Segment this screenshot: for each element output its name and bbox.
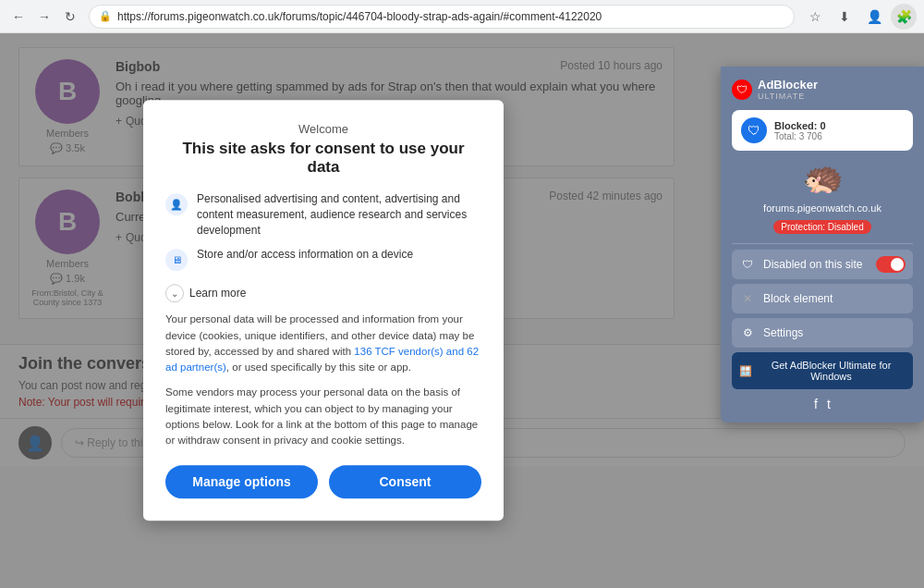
browser-chrome: ← → ↻ 🔒 https://forums.pigeonwatch.co.uk… <box>0 0 924 33</box>
facebook-icon[interactable]: f <box>814 397 818 411</box>
gdpr-modal: Welcome This site asks for consent to us… <box>143 100 504 521</box>
lock-icon: 🔒 <box>99 10 112 22</box>
bookmark-button[interactable]: ☆ <box>802 4 828 30</box>
disabled-toggle[interactable] <box>876 256 906 273</box>
forward-button[interactable]: → <box>33 6 55 28</box>
gdpr-item-2: 🖥 Store and/or access information on a d… <box>165 248 481 272</box>
windows-icon: 🪟 <box>739 365 752 377</box>
adblocker-mascot: 🦔 <box>732 158 913 197</box>
adblocker-shield-icon: 🛡 <box>741 117 767 143</box>
adblocker-subtitle: ULTIMATE <box>758 92 818 101</box>
url-text: https://forums.pigeonwatch.co.uk/forums/… <box>117 10 602 23</box>
adblocker-social: f t <box>732 397 913 411</box>
blocked-count: Blocked: 0 <box>774 120 826 131</box>
twitter-icon[interactable]: t <box>827 397 831 411</box>
adblocker-menu-disabled[interactable]: 🛡 Disabled on this site <box>732 250 913 279</box>
block-element-icon: ✕ <box>739 290 756 307</box>
adblocker-divider-1 <box>732 243 913 244</box>
consent-button[interactable]: Consent <box>329 466 481 499</box>
browser-right-icons: ☆ ⬇ 👤 🧩 <box>802 4 917 30</box>
adblocker-popup: 🛡 AdBlocker ULTIMATE 🛡 Blocked: 0 Total:… <box>721 67 924 423</box>
refresh-button[interactable]: ↻ <box>59 6 81 28</box>
block-element-label: Block element <box>763 292 906 305</box>
learn-more-label[interactable]: Learn more <box>189 288 246 300</box>
adblocker-status-area: Protection: Disabled <box>732 217 913 234</box>
gdpr-item-2-icon: 🖥 <box>165 250 188 272</box>
shield-menu-icon: 🛡 <box>739 256 756 273</box>
gdpr-title: This site asks for consent to use your d… <box>165 140 481 177</box>
adblocker-stats: Blocked: 0 Total: 3 706 <box>774 120 826 141</box>
adblocker-header: 🛡 AdBlocker ULTIMATE <box>732 78 913 101</box>
blocked-total: Total: 3 706 <box>774 131 826 141</box>
get-adblocker-button[interactable]: 🪟 Get AdBlocker Ultimate for Windows <box>732 352 913 389</box>
download-button[interactable]: ⬇ <box>832 4 857 30</box>
gdpr-description-1: Your personal data will be processed and… <box>165 312 481 376</box>
adblocker-title-group: AdBlocker ULTIMATE <box>758 78 818 101</box>
adblocker-blocked-card: 🛡 Blocked: 0 Total: 3 706 <box>732 110 913 151</box>
get-adblocker-label: Get AdBlocker Ultimate for Windows <box>757 360 906 382</box>
adblocker-title: AdBlocker <box>758 78 818 92</box>
gdpr-description-2: Some vendors may process your personal d… <box>165 386 481 449</box>
adblocker-menu-block[interactable]: ✕ Block element <box>732 284 913 313</box>
gdpr-item-1-icon: 👤 <box>165 193 188 215</box>
adblocker-menu-settings[interactable]: ⚙ Settings <box>732 318 913 348</box>
chevron-icon[interactable]: ⌄ <box>165 285 184 303</box>
protection-status-badge: Protection: Disabled <box>773 220 871 234</box>
manage-options-button[interactable]: Manage options <box>165 466 318 499</box>
browser-nav-controls: ← → ↻ <box>7 6 81 28</box>
profile-button[interactable]: 👤 <box>861 4 887 30</box>
adblocker-logo-icon: 🛡 <box>732 80 752 100</box>
page-content: B Members 💬 3.5k Bigbob Posted 10 hours … <box>0 33 924 588</box>
settings-label: Settings <box>763 326 906 339</box>
back-button[interactable]: ← <box>7 6 30 28</box>
settings-menu-icon: ⚙ <box>739 325 756 341</box>
address-bar[interactable]: 🔒 https://forums.pigeonwatch.co.uk/forum… <box>89 5 795 29</box>
gdpr-welcome: Welcome <box>165 122 481 136</box>
gdpr-item-1: 👤 Personalised advertising and content, … <box>165 191 481 238</box>
extensions-button[interactable]: 🧩 <box>891 4 917 30</box>
gdpr-item-2-text: Store and/or access information on a dev… <box>197 248 413 263</box>
adblocker-domain: forums.pigeonwatch.co.uk <box>732 202 913 214</box>
gdpr-item-1-text: Personalised advertising and content, ad… <box>197 191 481 238</box>
learn-more-row: ⌄ Learn more <box>165 285 481 303</box>
disabled-label: Disabled on this site <box>763 258 869 271</box>
gdpr-items: 👤 Personalised advertising and content, … <box>165 191 481 271</box>
gdpr-buttons: Manage options Consent <box>165 466 481 499</box>
